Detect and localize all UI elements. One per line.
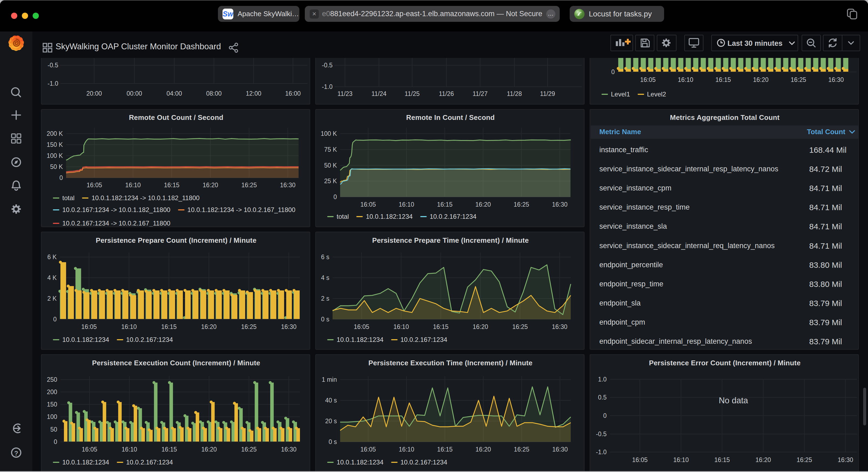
svg-text:16:05: 16:05 [360, 446, 376, 453]
svg-text:100: 100 [47, 413, 57, 420]
svg-text:0.5: 0.5 [598, 394, 607, 401]
svg-text:11/26: 11/26 [439, 90, 454, 97]
svg-text:16:10: 16:10 [399, 446, 414, 453]
svg-text:No data: No data [719, 396, 748, 405]
svg-text:11/28: 11/28 [507, 90, 522, 97]
svg-text:75 K: 75 K [324, 146, 337, 153]
svg-text:-1.0: -1.0 [596, 448, 607, 456]
svg-text:50 K: 50 K [324, 162, 337, 169]
svg-text:11/27: 11/27 [472, 90, 488, 97]
svg-text:25 K: 25 K [324, 177, 337, 184]
svg-text:08:00: 08:00 [206, 90, 222, 97]
svg-text:2 s: 2 s [321, 295, 329, 302]
svg-text:0: 0 [59, 174, 63, 181]
svg-text:6 s: 6 s [321, 254, 329, 261]
svg-text:6 K: 6 K [47, 254, 57, 261]
svg-text:16:05: 16:05 [353, 323, 369, 330]
svg-text:16:25: 16:25 [790, 76, 806, 83]
svg-text:16:30: 16:30 [281, 446, 297, 453]
svg-text:16:25: 16:25 [514, 446, 529, 453]
svg-text:16:15: 16:15 [164, 181, 180, 189]
svg-text:11/29: 11/29 [540, 90, 555, 97]
svg-text:16:10: 16:10 [678, 76, 693, 83]
svg-text:0: 0 [603, 412, 607, 419]
svg-text:150 K: 150 K [46, 141, 63, 148]
svg-text:0: 0 [611, 68, 615, 75]
svg-text:100 K: 100 K [321, 130, 337, 137]
svg-text:-1.0: -1.0 [322, 83, 333, 90]
svg-text:00:00: 00:00 [126, 90, 142, 97]
svg-text:20:00: 20:00 [86, 90, 102, 97]
svg-text:20 s: 20 s [325, 417, 337, 425]
svg-text:200: 200 [47, 389, 57, 396]
svg-text:-1.0: -1.0 [48, 80, 58, 87]
svg-text:2 K: 2 K [47, 295, 57, 302]
svg-text:16:05: 16:05 [632, 457, 648, 463]
svg-text:4 K: 4 K [47, 274, 57, 281]
svg-text:16:25: 16:25 [514, 201, 529, 208]
svg-text:16:20: 16:20 [753, 76, 769, 83]
svg-text:16:05: 16:05 [82, 446, 97, 453]
svg-text:1 min: 1 min [322, 376, 337, 383]
svg-text:16:30: 16:30 [552, 201, 567, 208]
svg-text:100 K: 100 K [46, 152, 63, 159]
svg-text:11/23: 11/23 [337, 90, 352, 97]
svg-text:16:00: 16:00 [285, 90, 301, 97]
svg-text:16:20: 16:20 [201, 446, 217, 453]
svg-text:0: 0 [53, 316, 57, 323]
svg-text:16:05: 16:05 [87, 181, 102, 189]
svg-text:04:00: 04:00 [166, 90, 182, 97]
svg-text:16:25: 16:25 [797, 457, 812, 463]
svg-text:16:30: 16:30 [281, 323, 297, 330]
svg-text:16:20: 16:20 [472, 323, 488, 330]
svg-text:16:15: 16:15 [433, 323, 448, 330]
svg-text:16:25: 16:25 [241, 323, 257, 330]
svg-text:16:25: 16:25 [241, 181, 257, 189]
svg-text:16:15: 16:15 [437, 446, 453, 453]
svg-text:16:05: 16:05 [640, 76, 656, 83]
svg-text:11/24: 11/24 [371, 90, 386, 97]
svg-text:50 K: 50 K [50, 163, 63, 170]
svg-text:16:25: 16:25 [512, 323, 528, 330]
svg-text:16:30: 16:30 [552, 323, 567, 330]
svg-text:-0.5: -0.5 [596, 431, 607, 438]
svg-text:16:20: 16:20 [475, 446, 491, 453]
svg-text:16:05: 16:05 [360, 201, 376, 208]
svg-text:16:30: 16:30 [828, 76, 844, 83]
svg-text:16:10: 16:10 [125, 181, 141, 189]
svg-text:16:30: 16:30 [280, 181, 296, 189]
svg-text:200 K: 200 K [46, 130, 63, 137]
svg-text:16:20: 16:20 [755, 457, 771, 463]
svg-text:-0.5: -0.5 [322, 62, 333, 69]
svg-text:250: 250 [47, 376, 57, 383]
svg-text:16:10: 16:10 [122, 446, 137, 453]
svg-text:16:20: 16:20 [201, 323, 217, 330]
svg-text:16:15: 16:15 [714, 457, 730, 463]
svg-text:16:15: 16:15 [161, 446, 177, 453]
svg-text:0: 0 [333, 194, 337, 200]
svg-text:16:05: 16:05 [81, 323, 97, 330]
svg-text:16:20: 16:20 [203, 181, 218, 189]
svg-text:150: 150 [47, 401, 57, 408]
svg-text:40 s: 40 s [325, 397, 337, 404]
svg-text:16:15: 16:15 [715, 76, 731, 83]
svg-text:16:10: 16:10 [673, 457, 689, 463]
svg-text:12:00: 12:00 [246, 90, 261, 97]
svg-text:16:15: 16:15 [437, 201, 453, 208]
svg-text:1.0: 1.0 [598, 376, 607, 383]
svg-text:11/25: 11/25 [405, 90, 420, 97]
svg-text:50: 50 [50, 426, 57, 433]
svg-text:16:30: 16:30 [552, 446, 568, 453]
svg-text:4 s: 4 s [321, 274, 329, 281]
svg-text:16:10: 16:10 [393, 323, 409, 330]
svg-text:0 s: 0 s [329, 438, 337, 445]
svg-text:-0.5: -0.5 [48, 62, 58, 69]
svg-text:16:15: 16:15 [161, 323, 177, 330]
svg-text:16:30: 16:30 [838, 457, 854, 463]
svg-text:0 s: 0 s [321, 316, 329, 323]
svg-text:16:10: 16:10 [121, 323, 137, 330]
svg-text:Last 30 minutes: Last 30 minutes [727, 39, 782, 47]
svg-text:16:10: 16:10 [399, 201, 414, 208]
svg-text:16:20: 16:20 [475, 201, 491, 208]
svg-text:?: ? [14, 450, 18, 457]
